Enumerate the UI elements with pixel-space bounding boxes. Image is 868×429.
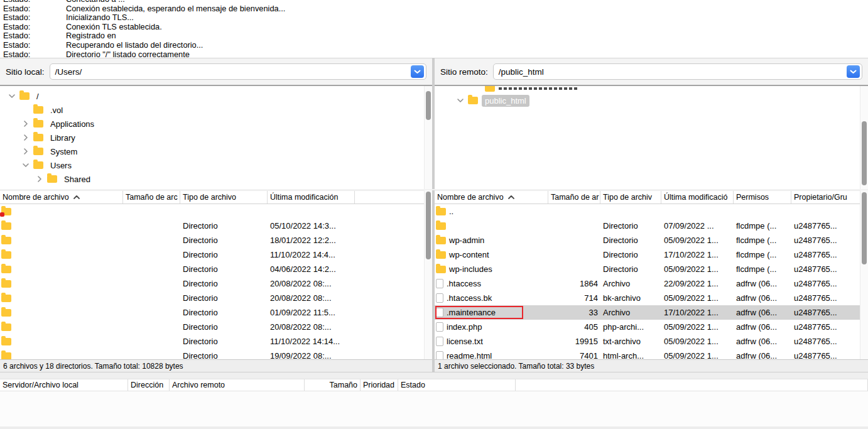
scrollbar-thumb[interactable] [426,91,431,120]
chevron-right-icon[interactable] [22,121,30,127]
clipped-domain-folder-label [499,87,579,90]
tree-item--vol[interactable]: .vol [0,103,432,117]
local-tree-scrollbar[interactable] [424,86,432,189]
file-size-cell: 405 [548,320,600,334]
file-size-cell [548,219,600,233]
queue-column-header-server-local-file[interactable]: Servidor/Archivo local [0,379,128,391]
file-size-cell [123,247,180,262]
file-row[interactable]: Directorio19/09/2022 08:... [0,349,432,359]
tree-item--[interactable]: / [0,89,432,103]
file-row[interactable]: index.php405php-archi...05/09/2022 1...a… [435,320,868,334]
file-row[interactable]: wp-includesDirectorio05/09/2022 1...flcd… [435,262,868,276]
file-name-label: readme.html [447,351,492,359]
file-perms-cell: adfrw (06... [734,276,791,291]
queue-column-header-direction[interactable]: Dirección [128,379,170,391]
file-row[interactable]: readme.html7401html-arch...05/09/2022 1.… [435,349,868,359]
remote-list-scrollbar[interactable] [860,190,868,359]
file-type-cell: Directorio [180,276,268,291]
file-row[interactable]: Directorio11/10/2022 14:14... [0,334,432,349]
column-header-size[interactable]: Tamaño de ar [548,191,600,204]
file-row[interactable]: license.txt19915txt-archivo05/09/2022 1.… [435,334,868,349]
remote-path-dropdown-button[interactable] [847,65,860,78]
file-row[interactable]: Directorio04/06/2022 14:2... [0,262,432,276]
chevron-up-icon [73,195,80,200]
file-row[interactable]: .htaccess1864Archivo22/09/2022 1...adfrw… [435,276,868,291]
scrollbar-thumb[interactable] [426,192,431,259]
queue-column-header-remote-file[interactable]: Archivo remoto [170,379,305,391]
tree-item-shared[interactable]: Shared [0,172,432,186]
file-row[interactable]: Directorio20/08/2022 08:... [0,320,432,334]
tree-item-system[interactable]: System [0,144,432,158]
file-modified-cell: 11/10/2022 14:14... [268,334,355,349]
file-row[interactable]: Directorio07/09/2022 ...flcdmpe (...u248… [435,219,868,233]
file-size-cell [123,349,180,359]
file-perms-cell [734,204,791,219]
file-icon [436,351,443,359]
log-line: Estado:Inicializando TLS... [0,13,868,23]
file-row[interactable]: Directorio18/01/2022 12:2... [0,233,432,247]
folder-icon [1,338,11,345]
clipped-domain-folder-row[interactable] [435,86,868,94]
chevron-down-icon[interactable] [22,163,30,168]
queue-column-header-size[interactable]: Tamaño [305,379,361,391]
file-size-cell [123,262,180,276]
tree-item-users[interactable]: Users [0,158,432,172]
chevron-right-icon[interactable] [36,176,43,182]
file-row[interactable]: Directorio20/08/2022 08:... [0,291,432,305]
chevron-down-icon[interactable] [457,98,464,103]
column-header-perms[interactable]: Permisos [734,191,791,204]
column-header-name[interactable]: Nombre de archivo [0,191,123,204]
file-perms-cell: flcdmpe (... [734,219,791,233]
tree-item-public-html[interactable]: public_html [435,94,868,107]
chevron-down-icon[interactable] [8,94,16,99]
file-row[interactable]: Directorio01/09/2022 11:5... [0,305,432,320]
file-modified-cell: 05/09/2022 1... [661,262,734,276]
remote-tree-scrollbar[interactable] [860,86,868,189]
column-header-type[interactable]: Tipo de archivo [180,191,268,204]
file-modified-cell: 01/09/2022 11:5... [268,305,355,320]
file-modified-cell: 04/06/2022 14:2... [268,262,355,276]
column-header-size[interactable]: Tamaño de arc [123,191,180,204]
folder-icon [1,280,11,288]
folder-icon [1,352,11,360]
queue-column-header-status[interactable]: Estado [398,379,516,391]
file-name-cell [0,320,123,334]
column-header-owner[interactable]: Propietario/Gru [791,191,860,204]
local-path-input[interactable]: /Users/ [50,63,426,80]
tree-item-library[interactable]: Library [0,131,432,144]
file-row[interactable]: Directorio11/10/2022 14:4... [0,247,432,262]
file-row[interactable]: .maintenance33Archivo17/10/2022 1...adfr… [435,305,868,320]
file-type-cell: Directorio [180,291,268,305]
chevron-right-icon[interactable] [22,148,30,155]
file-modified-cell: 20/08/2022 08:... [268,320,355,334]
remote-status-bar: 1 archivo seleccionado. Tamaño total: 33… [435,359,868,372]
column-header-name[interactable]: Nombre de archivo [435,191,548,204]
queue-column-header-priority[interactable]: Prioridad [361,379,398,391]
file-row[interactable]: .htaccess.bk714bk-archivo05/09/2022 1...… [435,291,868,305]
file-row[interactable]: wp-contentDirectorio17/10/2022 1...flcdm… [435,247,868,262]
scrollbar-thumb[interactable] [862,121,867,185]
column-header-type[interactable]: Tipo de archiv [600,191,661,204]
file-type-cell: Directorio [600,247,661,262]
file-row[interactable]: .. [435,204,868,219]
file-size-cell [123,320,180,334]
column-header-modified[interactable]: Última modificació [661,191,734,204]
log-line: Estado:Registrado en [0,31,868,41]
local-list-scrollbar[interactable] [424,190,432,359]
file-row[interactable]: wp-adminDirectorio05/09/2022 1...flcdmpe… [435,233,868,247]
scrollbar-thumb[interactable] [862,192,867,264]
chevron-right-icon[interactable] [22,134,30,141]
column-header-modified[interactable]: Última modificación [268,191,355,204]
queue-splitter[interactable] [0,372,868,379]
tree-item-label: Applications [47,118,97,130]
file-size-cell [548,247,600,262]
file-row[interactable] [0,204,432,219]
folder-icon [1,309,11,317]
local-path-dropdown-button[interactable] [411,65,424,78]
file-size-cell: 1864 [548,276,600,291]
file-name-cell [0,262,123,276]
file-row[interactable]: Directorio05/10/2022 14:3... [0,219,432,233]
remote-path-input[interactable]: /public_html [493,63,862,80]
tree-item-applications[interactable]: Applications [0,117,432,131]
file-row[interactable]: Directorio20/08/2022 08:... [0,276,432,291]
